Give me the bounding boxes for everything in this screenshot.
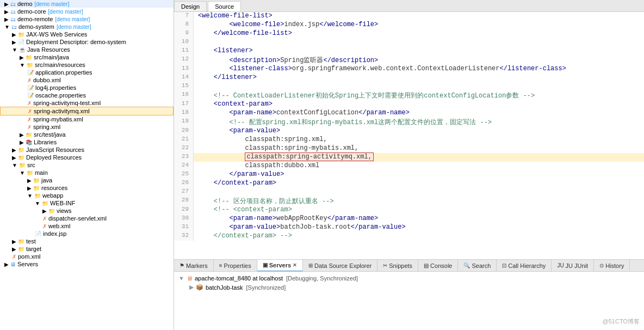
tab-search[interactable]: 🔍 Search bbox=[458, 260, 497, 272]
code-line-7: 7 <welcome-file-list> bbox=[174, 12, 644, 21]
sidebar-item-webapp[interactable]: ▼ 📁 webapp bbox=[0, 192, 174, 199]
tab-snippets[interactable]: ✂ Snippets bbox=[377, 260, 418, 272]
arrow-down-icon: ▼ bbox=[12, 162, 17, 168]
sidebar-item-resources[interactable]: ▶ 📁 resources bbox=[0, 184, 174, 192]
sidebar-item-demo-remote[interactable]: ▶ 🗂 demo-remote [demo master] bbox=[0, 15, 174, 23]
sidebar-item-web-xml[interactable]: ✗ web.xml bbox=[0, 222, 174, 230]
sidebar-item-javascript-resources[interactable]: ▶ 📁 JavaScript Resources bbox=[0, 146, 174, 154]
sidebar-item-application-props[interactable]: 📝 application.properties bbox=[0, 69, 174, 76]
sidebar-item-java[interactable]: ▶ 📁 java bbox=[0, 176, 174, 184]
sidebar-label: oscache.properties bbox=[35, 92, 86, 99]
arrow-down-icon: ▼ bbox=[12, 47, 17, 53]
xml-icon: ✗ bbox=[27, 117, 32, 123]
tab-label: Servers bbox=[269, 262, 291, 268]
xml-icon: ✗ bbox=[42, 223, 47, 229]
sidebar-item-deployment-descriptor[interactable]: ▶ 📄 Deployment Descriptor: demo-system bbox=[0, 38, 174, 46]
tab-history[interactable]: ⊙ History bbox=[594, 260, 630, 272]
sidebar-item-views[interactable]: ▶ 📁 views bbox=[0, 207, 174, 215]
project-icon: 🗂 bbox=[11, 24, 17, 30]
expand-arrow[interactable]: ▼ bbox=[178, 275, 184, 282]
sidebar-item-demo[interactable]: ▶ 🗂 demo [demo master] bbox=[0, 0, 174, 8]
tab-data-source[interactable]: ⊞ Data Source Explorer bbox=[303, 260, 377, 272]
sidebar-item-spring-mybatis[interactable]: ✗ spring-mybatis.xml bbox=[0, 115, 174, 123]
arrow-down-icon: ▼ bbox=[27, 193, 33, 199]
tab-junit[interactable]: JU JU JUnit bbox=[552, 260, 594, 272]
sidebar-item-src-main-resources[interactable]: ▼ 📁 src/main/resources bbox=[0, 61, 174, 69]
sidebar-item-src-test-java[interactable]: ▶ 📁 src/test/java bbox=[0, 131, 174, 138]
sidebar-label: spring.xml bbox=[33, 124, 60, 130]
sidebar-item-servers[interactable]: ▶ 🖥 Servers bbox=[0, 260, 174, 268]
sidebar-item-dubbo-xml[interactable]: ✗ dubbo.xml bbox=[0, 76, 174, 84]
code-line-13: 13 <listener-class>org.springframework.w… bbox=[174, 65, 644, 74]
sidebar-item-target[interactable]: ▶ 📁 target bbox=[0, 245, 174, 253]
sidebar-label: JavaScript Resources bbox=[26, 146, 84, 153]
java-icon: ☕ bbox=[19, 47, 26, 53]
sidebar-item-main[interactable]: ▼ 📁 main bbox=[0, 169, 174, 176]
tab-design[interactable]: Design bbox=[174, 1, 207, 11]
arrow-icon: ▶ bbox=[4, 9, 9, 15]
sidebar-label: src/main/java bbox=[34, 54, 69, 60]
sidebar-item-oscache-props[interactable]: 📝 oscache.properties bbox=[0, 91, 174, 99]
code-line-28: 28 <!-- 区分项目名称，防止默认重名 --> bbox=[174, 197, 644, 206]
xml-icon: ✗ bbox=[28, 108, 32, 114]
sidebar-item-pom-xml[interactable]: ✗ pom.xml bbox=[0, 253, 174, 260]
sidebar-item-spring-activitymq[interactable]: ✗ spring-activitymq.xml bbox=[0, 107, 174, 115]
history-icon: ⊙ bbox=[599, 262, 604, 268]
tab-servers[interactable]: ▣ Servers ✕ bbox=[257, 260, 303, 272]
markers-icon: ⚑ bbox=[179, 262, 184, 268]
sidebar-item-java-resources[interactable]: ▼ ☕ Java Resources bbox=[0, 46, 174, 53]
sidebar-label: dispatcher-servlet.xml bbox=[48, 215, 107, 222]
branch-label: [demo master] bbox=[48, 9, 83, 15]
sidebar-item-log4j-props[interactable]: 📝 log4j.properties bbox=[0, 84, 174, 91]
code-line-19: 19 <!-- 配置spring.xml和spring-mybatis.xml这… bbox=[174, 118, 644, 127]
sidebar-item-deployed-resources[interactable]: ▶ 📁 Deployed Resources bbox=[0, 154, 174, 161]
project-icon: 🗂 bbox=[10, 1, 16, 7]
sidebar-label: spring-activitymq.xml bbox=[34, 108, 90, 114]
servers-close: ✕ bbox=[293, 262, 297, 268]
xml-icon: ✗ bbox=[42, 216, 47, 222]
arrow-icon: ▶ bbox=[12, 32, 16, 38]
sidebar-item-index-jsp[interactable]: 📄 index.jsp bbox=[0, 230, 174, 237]
tab-call-hierarchy[interactable]: ⊡ Call Hierarchy bbox=[497, 260, 552, 272]
code-editor[interactable]: 7 <welcome-file-list> 8 <welcome-file>in… bbox=[174, 12, 644, 259]
arrow-icon: ▶ bbox=[20, 139, 24, 145]
tab-source[interactable]: Source bbox=[208, 1, 241, 11]
sidebar-item-jax-ws[interactable]: ▶ 📁 JAX-WS Web Services bbox=[0, 30, 174, 38]
sidebar-label: java bbox=[41, 177, 52, 184]
sidebar-item-demo-core[interactable]: ▶ 🗂 demo-core [demo master] bbox=[0, 8, 174, 15]
task-row[interactable]: ▶ 📦 batchJob-task [Synchronized] bbox=[178, 283, 640, 292]
sidebar-item-test[interactable]: ▶ 📁 test bbox=[0, 237, 174, 245]
sidebar-item-web-inf[interactable]: ▼ 📁 WEB-INF bbox=[0, 199, 174, 207]
task-expand-arrow[interactable]: ▶ bbox=[189, 284, 194, 291]
server-row[interactable]: ▼ 🖥 apache-tomcat_8480 at localhost [Deb… bbox=[178, 274, 640, 283]
sidebar-label: demo-system bbox=[18, 23, 54, 30]
code-line-30: 30 <param-name>webAppRootKey</param-name… bbox=[174, 215, 644, 223]
sidebar-item-libraries[interactable]: ▶ 📚 Libraries bbox=[0, 138, 174, 146]
sidebar-item-src-main-java[interactable]: ▶ 📁 src/main/java bbox=[0, 53, 174, 61]
sidebar-item-dispatcher-servlet[interactable]: ✗ dispatcher-servlet.xml bbox=[0, 215, 174, 222]
tab-console[interactable]: ▤ Console bbox=[418, 260, 458, 272]
sidebar-item-spring-activitymq-test[interactable]: ✗ spring-activitymq-test.xml bbox=[0, 99, 174, 107]
sidebar-label: index.jsp bbox=[43, 230, 66, 237]
arrow-down-icon: ▼ bbox=[20, 170, 25, 176]
code-line-27: 27 bbox=[174, 188, 644, 197]
tab-label: Properties bbox=[224, 262, 251, 269]
servers-panel-content: ▼ 🖥 apache-tomcat_8480 at localhost [Deb… bbox=[174, 272, 644, 330]
file-icon: 📝 bbox=[27, 85, 34, 91]
sidebar-label: main bbox=[35, 169, 48, 176]
folder-icon: 📁 bbox=[27, 170, 33, 176]
arrow-down-icon: ▼ bbox=[4, 24, 10, 30]
arrow-icon: ▶ bbox=[27, 185, 32, 191]
tab-markers[interactable]: ⚑ Markers bbox=[174, 260, 214, 272]
junit-icon: JU bbox=[557, 262, 564, 268]
arrow-icon: ▶ bbox=[27, 178, 32, 184]
sidebar-item-src[interactable]: ▼ 📁 src bbox=[0, 161, 174, 169]
task-icon: 📦 bbox=[196, 284, 203, 291]
sidebar-item-demo-system[interactable]: ▼ 🗂 demo-system [demo master] bbox=[0, 23, 174, 30]
sidebar-item-spring-xml[interactable]: ✗ spring.xml bbox=[0, 123, 174, 131]
sidebar-label: src bbox=[27, 162, 35, 168]
tab-properties[interactable]: ≡ Properties bbox=[214, 260, 257, 272]
descriptor-icon: 📄 bbox=[18, 39, 24, 45]
tab-label: Search bbox=[472, 262, 491, 269]
folder-icon: 📁 bbox=[18, 147, 24, 153]
